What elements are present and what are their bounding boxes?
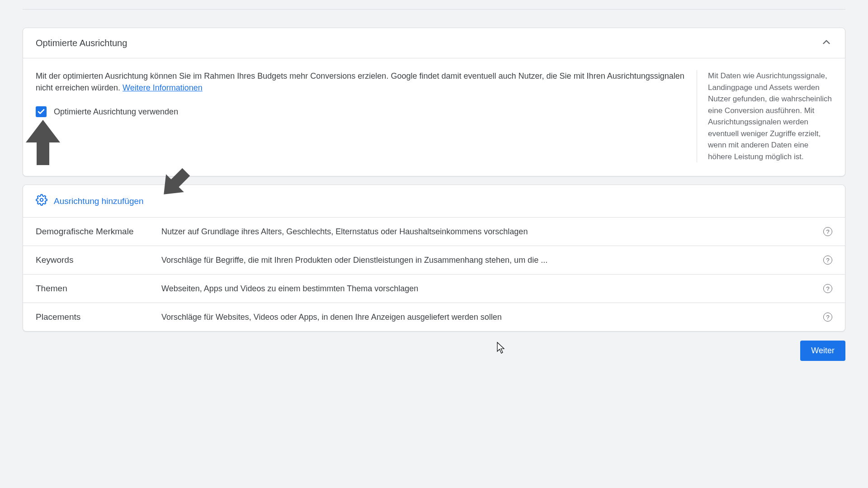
add-targeting-label: Ausrichtung hinzufügen bbox=[54, 196, 144, 206]
add-targeting-card: Ausrichtung hinzufügen Demografische Mer… bbox=[23, 185, 845, 332]
annotation-arrow-up-icon bbox=[26, 120, 60, 167]
card-body: Mit der optimierten Ausrichtung können S… bbox=[23, 58, 845, 176]
add-targeting-button[interactable]: Ausrichtung hinzufügen bbox=[23, 185, 845, 217]
card-title: Optimierte Ausrichtung bbox=[36, 38, 127, 48]
checkbox-row: Optimierte Ausrichtung verwenden bbox=[36, 106, 687, 117]
option-label: Placements bbox=[36, 312, 158, 322]
continue-button[interactable]: Weiter bbox=[800, 341, 845, 361]
annotation-arrow-diagonal-icon bbox=[152, 165, 198, 203]
option-demographics[interactable]: Demografische Merkmale Nutzer auf Grundl… bbox=[23, 217, 845, 246]
option-desc: Vorschläge für Websites, Videos oder App… bbox=[161, 313, 814, 322]
learn-more-link[interactable]: Weitere Informationen bbox=[123, 83, 203, 92]
top-divider bbox=[23, 9, 845, 9]
option-label: Keywords bbox=[36, 255, 158, 265]
footer: Weiter bbox=[23, 341, 845, 361]
description-text: Mit der optimierten Ausrichtung können S… bbox=[36, 70, 687, 94]
option-desc: Webseiten, Apps und Videos zu einem best… bbox=[161, 284, 814, 294]
help-icon[interactable]: ? bbox=[823, 313, 832, 322]
checkbox-label: Optimierte Ausrichtung verwenden bbox=[54, 107, 178, 117]
help-icon[interactable]: ? bbox=[823, 284, 832, 293]
option-keywords[interactable]: Keywords Vorschläge für Begriffe, die mi… bbox=[23, 246, 845, 274]
option-desc: Vorschläge für Begriffe, die mit Ihren P… bbox=[161, 256, 811, 265]
side-info-text: Mit Daten wie Ausrichtungssignale, Landi… bbox=[697, 70, 832, 162]
option-placements[interactable]: Placements Vorschläge für Websites, Vide… bbox=[23, 303, 845, 331]
main-column: Mit der optimierten Ausrichtung können S… bbox=[36, 70, 687, 162]
option-label: Themen bbox=[36, 284, 158, 294]
help-icon[interactable]: ? bbox=[823, 227, 832, 236]
card-header[interactable]: Optimierte Ausrichtung bbox=[23, 28, 845, 58]
svg-point-0 bbox=[40, 199, 43, 202]
chevron-up-icon[interactable] bbox=[821, 36, 832, 50]
option-topics[interactable]: Themen Webseiten, Apps und Videos zu ein… bbox=[23, 274, 845, 303]
cursor-icon bbox=[496, 341, 505, 356]
gear-icon bbox=[36, 194, 47, 208]
help-icon[interactable]: ? bbox=[823, 256, 832, 265]
option-desc: Nutzer auf Grundlage ihres Alters, Gesch… bbox=[161, 227, 814, 237]
option-label: Demografische Merkmale bbox=[36, 227, 158, 237]
optimized-targeting-card: Optimierte Ausrichtung Mit der optimiert… bbox=[23, 28, 845, 176]
use-optimized-targeting-checkbox[interactable] bbox=[36, 106, 47, 117]
